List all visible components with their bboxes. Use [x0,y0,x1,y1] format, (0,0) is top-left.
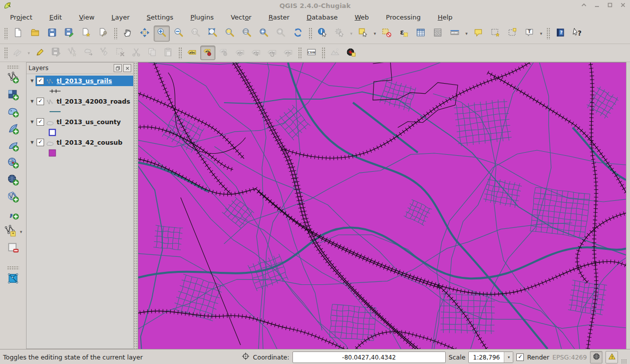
add-wfs-layer-button[interactable] [5,190,21,206]
save-project-as-button[interactable] [61,26,77,42]
menu-plugins[interactable]: Plugins [190,14,214,21]
deselect-features-button[interactable] [379,26,395,42]
toolbar-handle[interactable] [7,266,19,269]
mouse-position-icon[interactable] [241,352,250,362]
menu-layer[interactable]: Layer [112,14,130,21]
text-annotation-dropdown[interactable]: ▾ [538,31,544,36]
new-bookmark-button[interactable] [487,26,503,42]
zoom-last-button[interactable] [256,26,272,42]
menu-help[interactable]: Help [438,14,453,21]
zoom-to-layer-button[interactable] [239,26,255,42]
new-project-button[interactable] [10,26,26,42]
save-project-button[interactable] [44,26,60,42]
add-delimited-text-layer-button[interactable]: , [5,207,21,223]
log-messages-button[interactable]: ! [605,351,618,363]
new-shapefile-layer-dropdown[interactable]: ▾ [18,229,25,234]
expand-arrow-icon[interactable]: ▼ [29,140,36,145]
window-maximize-button[interactable] [606,1,614,9]
zoom-full-extent-button[interactable] [205,26,221,42]
zoom-out-button[interactable] [171,26,187,42]
add-vector-layer-button[interactable] [5,71,21,87]
float-panel-button[interactable] [114,64,122,72]
measure-line-button[interactable] [447,26,463,42]
map-tips-button[interactable] [470,26,486,42]
close-panel-button[interactable] [123,64,131,72]
add-mssql-layer-button[interactable] [5,139,21,155]
menu-project[interactable]: Project [10,14,33,21]
layer-labeling-options-button[interactable]: abc [184,46,199,60]
help-contents-button[interactable]: ? [552,26,568,42]
menu-raster[interactable]: Raster [268,14,289,21]
toolbar-handle[interactable] [322,47,325,59]
toolbar-handle[interactable] [308,28,312,40]
layer-visibility-checkbox[interactable]: ✓ [37,77,44,85]
layer-visibility-checkbox[interactable]: ✓ [37,139,44,146]
pan-to-selection-button[interactable] [137,26,153,42]
window-shade-button[interactable] [580,1,588,9]
identify-features-button[interactable]: i [314,26,331,42]
toolbar-handle[interactable] [4,28,8,40]
map-canvas[interactable] [138,62,626,349]
plugin-globe-button[interactable] [344,46,359,60]
label-pin-button[interactable]: ab [200,46,215,60]
render-checkbox[interactable]: ✓ [516,353,524,361]
add-raster-layer-button[interactable] [5,88,21,104]
composer-manager-button[interactable] [95,26,111,42]
window-close-button[interactable] [619,1,627,9]
toolbar-handle[interactable] [546,28,550,40]
polygon-nodes-plugin-button[interactable] [5,271,21,287]
zoom-to-selection-button[interactable] [222,26,238,42]
layer-visibility-checkbox[interactable]: ✓ [37,118,44,126]
whats-this-button[interactable]: ? [569,26,585,42]
expand-arrow-icon[interactable]: ▼ [29,99,36,104]
toolbar-handle[interactable] [4,47,8,59]
crs-status-button[interactable] [590,351,602,363]
menu-view[interactable]: View [79,14,95,21]
pan-map-button[interactable] [120,26,136,42]
panel-splitter[interactable] [134,62,138,349]
select-features-button[interactable] [355,26,371,42]
toolbar-handle[interactable] [298,47,301,59]
new-print-composer-button[interactable] [78,26,94,42]
toolbar-handle[interactable] [178,47,182,59]
add-wcs-layer-button[interactable] [5,173,21,189]
expand-arrow-icon[interactable]: ▼ [29,79,36,83]
layer-item-tl_2013_us_county[interactable]: ▼✓tl_2013_us_county [27,117,133,127]
window-minimize-button[interactable] [593,1,601,9]
measure-line-dropdown[interactable]: ▾ [463,31,470,36]
layer-item-tl_2013_42003_roads[interactable]: ▼✓tl_2013_42003_roads [27,96,133,107]
node-tool-icon [99,47,109,59]
select-features-dropdown[interactable]: ▾ [372,31,378,36]
open-attribute-table-button[interactable] [413,26,429,42]
layer-item-tl_2013_42_cousub[interactable]: ▼✓tl_2013_42_cousub [27,137,133,148]
menu-settings[interactable]: Settings [147,14,173,21]
zoom-in-button[interactable] [154,26,170,42]
toggle-editing-button[interactable] [33,46,48,60]
text-annotation-button[interactable]: T [521,26,537,42]
field-calculator-button[interactable] [430,26,446,42]
menu-edit[interactable]: Edit [50,14,62,21]
layer-visibility-checkbox[interactable]: ✓ [37,98,44,105]
add-spatialite-layer-button[interactable] [5,122,21,138]
resize-grip[interactable] [621,359,627,364]
add-wms-layer-button[interactable] [5,156,21,172]
scale-dropdown-arrow[interactable]: ▾ [504,352,513,362]
metasearch-csw-button[interactable]: CSW [304,46,319,60]
remove-layer-button[interactable] [5,241,21,257]
expand-arrow-icon[interactable]: ▼ [29,120,36,124]
open-project-button[interactable] [27,26,43,42]
show-bookmarks-button[interactable] [504,26,520,42]
select-by-expression-button[interactable]: ε [396,26,412,42]
toolbar-handle[interactable] [7,65,19,69]
layer-item-tl_2013_us_rails[interactable]: ▼✓tl_2013_us_rails [27,76,133,86]
new-shapefile-layer-button[interactable]: ✶ [2,224,18,240]
menu-processing[interactable]: Processing [386,14,421,21]
refresh-map-button[interactable] [290,26,306,42]
scale-combobox[interactable]: 1:28,796 ▾ [468,351,513,363]
menu-database[interactable]: Database [306,14,338,21]
add-postgis-layer-button[interactable] [5,105,21,121]
menu-vector[interactable]: Vector [231,14,251,21]
toolbar-handle[interactable] [114,28,117,40]
menu-web[interactable]: Web [355,14,369,21]
coordinate-input[interactable] [292,351,446,363]
